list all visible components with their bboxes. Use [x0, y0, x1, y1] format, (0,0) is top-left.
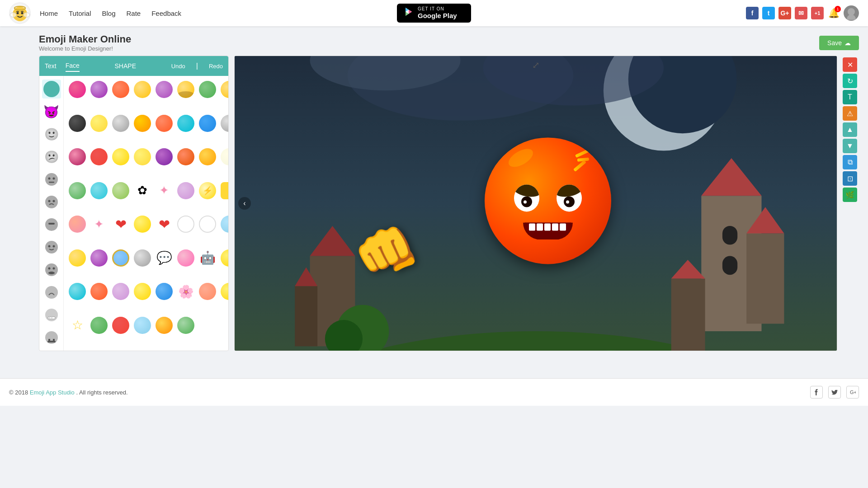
close-rt-button[interactable]: ✕ [843, 57, 857, 72]
save-button[interactable]: Save ☁ [819, 36, 859, 50]
emoji-item[interactable] [198, 214, 217, 234]
tab-text[interactable]: Text [45, 61, 57, 71]
face-item-4[interactable] [42, 170, 61, 189]
emoji-item[interactable] [176, 214, 196, 234]
leaf-rt-button[interactable]: 🌿 [843, 188, 857, 202]
emoji-item[interactable] [154, 282, 174, 301]
emoji-item[interactable] [219, 181, 228, 201]
emoji-item[interactable] [176, 113, 196, 133]
emoji-item[interactable] [89, 113, 109, 133]
emoji-item[interactable] [67, 181, 87, 201]
twitter-button[interactable]: t [762, 7, 775, 19]
emoji-item[interactable] [67, 248, 87, 268]
emoji-item[interactable] [132, 282, 152, 301]
emoji-item[interactable]: ⚡ [198, 181, 217, 201]
avatar-button[interactable] [844, 5, 859, 21]
emoji-item[interactable] [176, 248, 196, 268]
expand-button[interactable]: ⤢ [532, 60, 540, 70]
email-button[interactable]: ✉ [795, 7, 807, 19]
emoji-item[interactable]: ✿ [132, 181, 152, 201]
face-item-6[interactable] [42, 215, 61, 234]
emoji-item[interactable] [111, 248, 131, 268]
emoji-item[interactable] [89, 80, 109, 99]
emoji-item[interactable] [132, 315, 152, 335]
emoji-item[interactable]: ✦ [89, 214, 109, 234]
face-item-9[interactable] [42, 283, 61, 302]
emoji-item[interactable] [67, 113, 87, 133]
emoji-item[interactable] [219, 248, 228, 268]
emoji-item[interactable] [154, 315, 174, 335]
tab-face[interactable]: Face [66, 60, 80, 72]
footer-brand-link[interactable]: Emoji App Studio [30, 389, 75, 396]
nav-tutorial[interactable]: Tutorial [69, 9, 91, 17]
emoji-item[interactable]: 🤖 [198, 248, 217, 268]
emoji-item[interactable] [111, 80, 131, 99]
emoji-item[interactable] [89, 181, 109, 201]
emoji-item[interactable]: ❤ [111, 214, 131, 234]
face-item-3[interactable]: 😕 [42, 147, 61, 166]
emoji-item[interactable] [132, 248, 152, 268]
emoji-item[interactable] [154, 80, 174, 99]
emoji-item[interactable] [198, 80, 217, 99]
emoji-item[interactable] [111, 147, 131, 167]
emoji-item[interactable] [111, 315, 131, 335]
emoji-item[interactable] [154, 113, 174, 133]
emoji-item[interactable] [219, 113, 228, 133]
nav-blog[interactable]: Blog [102, 9, 115, 17]
warning-rt-button[interactable]: ⚠ [843, 106, 857, 121]
emoji-item[interactable] [176, 315, 196, 335]
emoji-item[interactable]: ❤ [154, 214, 174, 234]
emoji-item[interactable] [111, 113, 131, 133]
emoji-item[interactable] [198, 113, 217, 133]
emoji-item[interactable] [67, 282, 87, 301]
down-rt-button[interactable]: ▼ [843, 139, 857, 153]
face-item-5[interactable] [42, 192, 61, 211]
emoji-item[interactable]: ✦ [154, 181, 174, 201]
emoji-item[interactable] [132, 214, 152, 234]
emoji-item[interactable] [176, 147, 196, 167]
emoji-item[interactable] [176, 181, 196, 201]
facebook-button[interactable]: f [746, 7, 759, 19]
face-item-11[interactable] [42, 328, 61, 347]
emoji-item[interactable] [111, 282, 131, 301]
emoji-item[interactable] [67, 214, 87, 234]
google-play-button[interactable]: GET IT ON Google Play [397, 4, 471, 23]
emoji-item[interactable]: 💬 [154, 248, 174, 268]
logo[interactable] [9, 2, 31, 24]
nav-home[interactable]: Home [40, 9, 58, 17]
emoji-item[interactable]: 🌸 [176, 282, 196, 301]
emoji-item[interactable] [89, 248, 109, 268]
emoji-item[interactable] [89, 315, 109, 335]
face-item-1[interactable]: 😈 [42, 102, 61, 121]
emoji-item[interactable] [89, 147, 109, 167]
up-rt-button[interactable]: ▲ [843, 122, 857, 137]
emoji-item[interactable] [219, 147, 228, 167]
emoji-item[interactable] [154, 147, 174, 167]
emoji-item[interactable] [132, 113, 152, 133]
face-item-10[interactable] [42, 305, 61, 324]
emoji-item[interactable]: ☆ [67, 315, 87, 335]
google-plus-button[interactable]: G+ [778, 7, 791, 19]
emoji-item[interactable] [67, 147, 87, 167]
nav-rate[interactable]: Rate [127, 9, 141, 17]
tab-shape[interactable]: SHAPE [115, 61, 136, 71]
canvas-left-arrow[interactable]: ‹ [238, 197, 251, 210]
redo-button[interactable]: Redo [209, 63, 223, 70]
emoji-item[interactable] [176, 80, 196, 99]
footer-googleplus-icon[interactable]: G+ [846, 386, 859, 399]
copy-rt-button[interactable]: ⧉ [843, 155, 857, 169]
footer-facebook-icon[interactable] [810, 386, 823, 399]
face-item-2[interactable]: 🙂 [42, 125, 61, 144]
face-item-7[interactable] [42, 238, 61, 257]
nav-feedback[interactable]: Feedback [151, 9, 181, 17]
emoji-item[interactable] [111, 181, 131, 201]
emoji-item[interactable] [198, 282, 217, 301]
emoji-item[interactable] [219, 80, 228, 99]
refresh-rt-button[interactable]: ↻ [843, 74, 857, 88]
emoji-item[interactable] [132, 147, 152, 167]
notification-button[interactable]: 🔔 1 [827, 7, 840, 19]
emoji-item[interactable] [198, 147, 217, 167]
emoji-item[interactable] [89, 282, 109, 301]
face-item-selected[interactable] [42, 80, 61, 99]
emoji-item[interactable] [67, 80, 87, 99]
